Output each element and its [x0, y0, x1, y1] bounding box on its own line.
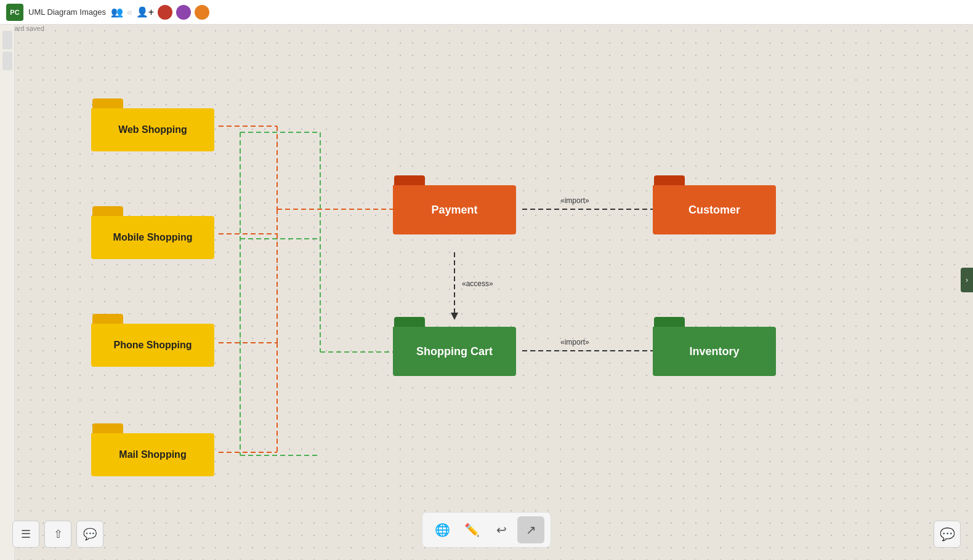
mobile-shopping-tab	[92, 206, 123, 216]
comment-button[interactable]: 💬	[76, 521, 103, 548]
topbar: PC UML Diagram Images 👥 « 👤+	[0, 0, 973, 25]
share-forward-icon: ↗	[526, 522, 536, 537]
phone-shopping-tab	[92, 314, 123, 324]
payment-body: Payment	[393, 185, 516, 234]
pencil-icon: ✏️	[464, 522, 480, 537]
chevron-right-icon: ›	[966, 276, 968, 284]
share-icon: ⇧	[54, 527, 63, 541]
phone-shopping-package[interactable]: Phone Shopping	[91, 314, 214, 367]
board-title: UML Diagram Images	[28, 7, 106, 17]
mobile-shopping-body: Mobile Shopping	[91, 216, 214, 259]
chat-button[interactable]: 💬	[934, 521, 961, 548]
comment-icon: 💬	[83, 527, 97, 541]
undo-button[interactable]: ↩	[488, 516, 515, 543]
shopping-cart-body: Shopping Cart	[393, 327, 516, 376]
shopping-cart-package[interactable]: Shopping Cart	[393, 317, 516, 376]
app-logo: PC	[6, 4, 23, 21]
menu-icon: ☰	[21, 527, 31, 541]
share-forward-button[interactable]: ↗	[517, 516, 544, 543]
web-shopping-package[interactable]: Web Shopping	[91, 98, 214, 151]
mail-shopping-body: Mail Shopping	[91, 433, 214, 476]
globe-icon: 🌐	[435, 522, 450, 537]
avatar-3	[195, 5, 209, 20]
mobile-shopping-package[interactable]: Mobile Shopping	[91, 206, 214, 259]
left-bottom-toolbar: ☰ ⇧ 💬	[12, 521, 103, 548]
svg-text:«access»: «access»	[462, 279, 493, 288]
customer-package[interactable]: Customer	[653, 175, 776, 234]
top-icons: 👥 « 👤+	[111, 5, 209, 20]
inventory-package[interactable]: Inventory	[653, 317, 776, 376]
right-collapse-button[interactable]: ›	[961, 268, 973, 292]
web-shopping-body: Web Shopping	[91, 108, 214, 151]
svg-text:«import»: «import»	[560, 196, 589, 205]
inventory-body: Inventory	[653, 327, 776, 376]
svg-text:«import»: «import»	[560, 338, 589, 346]
avatar-1	[158, 5, 172, 20]
mail-shopping-package[interactable]: Mail Shopping	[91, 423, 214, 476]
payment-tab	[394, 175, 425, 185]
add-user-icon[interactable]: 👤+	[136, 6, 154, 18]
canvas: «import» «access» «import» Web Shopping …	[0, 25, 973, 560]
right-bottom-toolbar: 💬	[934, 521, 961, 548]
bottom-toolbar: 🌐 ✏️ ↩ ↗	[422, 512, 551, 548]
collaborators-icon[interactable]: 👥	[111, 6, 123, 18]
undo-icon: ↩	[496, 522, 507, 537]
phone-shopping-body: Phone Shopping	[91, 324, 214, 367]
web-shopping-tab	[92, 98, 123, 108]
separator: «	[127, 7, 132, 18]
customer-body: Customer	[653, 185, 776, 234]
pencil-button[interactable]: ✏️	[458, 516, 485, 543]
chat-icon: 💬	[940, 527, 955, 542]
menu-button[interactable]: ☰	[12, 521, 39, 548]
payment-package[interactable]: Payment	[393, 175, 516, 234]
globe-button[interactable]: 🌐	[429, 516, 456, 543]
customer-tab	[654, 175, 685, 185]
mail-shopping-tab	[92, 423, 123, 433]
avatar-2	[176, 5, 191, 20]
share-button[interactable]: ⇧	[44, 521, 71, 548]
inventory-tab	[654, 317, 685, 327]
shopping-cart-tab	[394, 317, 425, 327]
